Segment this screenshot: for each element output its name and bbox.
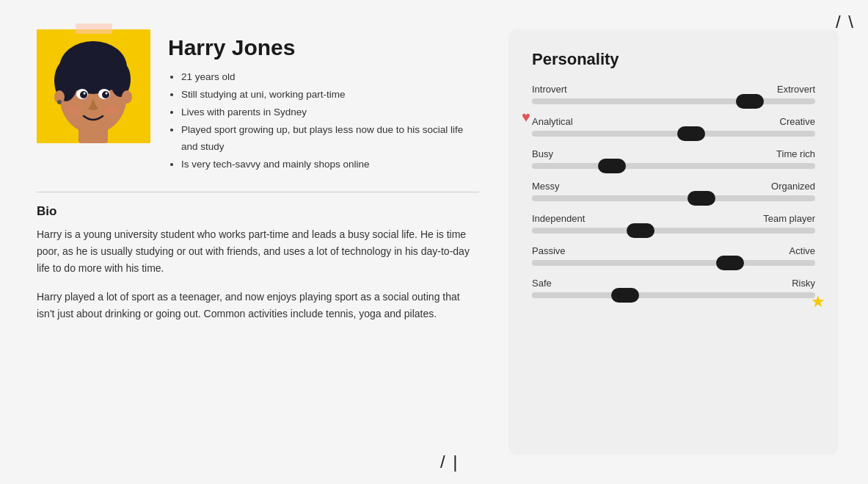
svg-point-15	[57, 100, 62, 104]
slider-label-left: Safe	[532, 278, 552, 289]
slider-thumb[interactable]	[627, 223, 654, 238]
slider-labels: IndependentTeam player	[532, 213, 815, 224]
profile-name: Harry Jones	[168, 35, 479, 60]
right-panel: Personality ♥ ★ IntrovertExtrovertAnalyt…	[508, 29, 839, 455]
slider-track[interactable]	[532, 98, 815, 104]
slider-label-right: Extrovert	[777, 84, 815, 95]
slider-label-left: Analytical	[532, 116, 573, 127]
avatar-illustration	[37, 29, 150, 143]
profile-detail-item: Is very tech-savvy and mainly shops onli…	[181, 156, 479, 173]
bio-section: Bio Harry is a young university student …	[37, 204, 479, 334]
bio-paragraph-1: Harry is a young university student who …	[37, 226, 479, 277]
slider-label-left: Passive	[532, 245, 566, 256]
corner-decoration-tr: / \	[836, 13, 855, 31]
avatar-tape	[76, 24, 112, 34]
slider-labels: SafeRisky	[532, 278, 815, 289]
slider-thumb[interactable]	[598, 159, 626, 173]
sliders-container: IntrovertExtrovertAnalyticalCreativeBusy…	[532, 84, 815, 298]
profile-details: 21 years oldStill studying at uni, worki…	[168, 69, 479, 173]
slider-label-left: Busy	[532, 148, 553, 159]
slider-label-left: Introvert	[532, 84, 567, 95]
divider	[37, 192, 479, 192]
slider-label-right: Risky	[792, 278, 815, 289]
slider-row-independent: IndependentTeam player	[532, 213, 815, 234]
slider-thumb[interactable]	[611, 288, 639, 303]
svg-point-12	[115, 68, 128, 82]
slider-label-right: Creative	[780, 116, 815, 127]
profile-detail-item: Still studying at uni, working part-time	[181, 87, 479, 104]
slider-labels: AnalyticalCreative	[532, 116, 815, 127]
avatar-wrapper	[37, 29, 150, 143]
heart-icon: ♥	[522, 109, 530, 126]
svg-point-18	[80, 91, 87, 98]
slider-labels: MessyOrganized	[532, 181, 815, 192]
slider-label-right: Time rich	[776, 148, 815, 159]
slider-labels: PassiveActive	[532, 245, 815, 256]
bio-paragraph-2: Harry played a lot of sport as a teenage…	[37, 289, 479, 322]
slider-labels: IntrovertExtrovert	[532, 84, 815, 95]
svg-point-22	[68, 106, 82, 115]
slider-track[interactable]	[532, 228, 815, 234]
bio-title: Bio	[37, 204, 479, 219]
slider-labels: BusyTime rich	[532, 148, 815, 159]
personality-title: Personality	[532, 50, 815, 69]
slider-thumb[interactable]	[716, 256, 744, 270]
slider-row-introvert: IntrovertExtrovert	[532, 84, 815, 104]
slider-track[interactable]	[532, 260, 815, 266]
profile-section: Harry Jones 21 years oldStill studying a…	[37, 29, 479, 174]
slider-label-left: Messy	[532, 181, 560, 192]
slider-track[interactable]	[532, 292, 815, 298]
slider-track[interactable]	[532, 163, 815, 169]
profile-detail-item: 21 years old	[181, 69, 479, 86]
slider-row-passive: PassiveActive	[532, 245, 815, 266]
slider-thumb[interactable]	[736, 94, 764, 109]
svg-point-23	[104, 106, 119, 115]
slider-label-right: Organized	[771, 181, 815, 192]
slider-label-right: Active	[789, 245, 815, 256]
svg-point-14	[122, 90, 132, 104]
profile-detail-item: Played sport growing up, but plays less …	[181, 122, 479, 156]
slider-row-messy: MessyOrganized	[532, 181, 815, 201]
slider-thumb[interactable]	[677, 126, 705, 141]
profile-detail-item: Lives with parents in Sydney	[181, 104, 479, 121]
svg-point-19	[102, 91, 109, 98]
left-panel: Harry Jones 21 years oldStill studying a…	[37, 29, 479, 455]
slider-label-right: Team player	[763, 213, 815, 224]
slider-row-busy: BusyTime rich	[532, 148, 815, 169]
slider-row-safe: SafeRisky	[532, 278, 815, 298]
slider-row-analytical: AnalyticalCreative	[532, 116, 815, 137]
slider-thumb[interactable]	[688, 191, 715, 206]
svg-point-21	[106, 93, 108, 95]
svg-point-20	[84, 93, 86, 95]
personality-card: Personality ♥ ★ IntrovertExtrovertAnalyt…	[508, 29, 839, 455]
avatar	[37, 29, 150, 143]
slider-track[interactable]	[532, 195, 815, 201]
slider-track[interactable]	[532, 131, 815, 137]
profile-info: Harry Jones 21 years oldStill studying a…	[168, 29, 479, 174]
corner-decoration-bl: / |	[440, 453, 459, 471]
slider-label-left: Independent	[532, 213, 585, 224]
